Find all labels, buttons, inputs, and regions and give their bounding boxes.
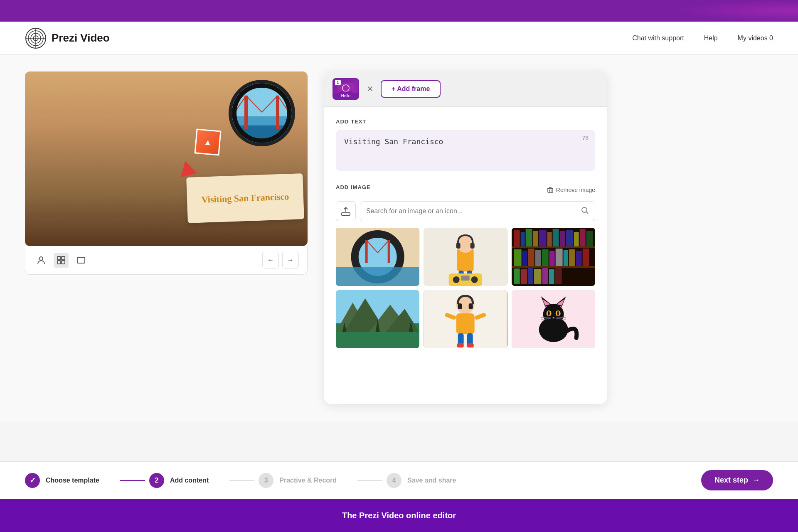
search-input-wrapper <box>360 201 595 221</box>
char-count: 78 <box>582 135 589 141</box>
step-4-circle: 4 <box>387 473 401 488</box>
image-section-header: ADD IMAGE Remove image <box>336 184 595 195</box>
svg-rect-25 <box>548 188 553 192</box>
text-input[interactable]: Visiting San Francisco <box>336 130 595 171</box>
image-search-input[interactable] <box>366 207 581 215</box>
svg-line-116 <box>556 318 566 318</box>
image-cell-4[interactable] <box>336 290 419 348</box>
svg-rect-56 <box>539 230 546 246</box>
upload-btn[interactable] <box>336 201 356 221</box>
svg-rect-75 <box>514 268 520 284</box>
remove-image-btn[interactable]: Remove image <box>547 187 595 193</box>
svg-rect-40 <box>470 243 475 249</box>
svg-rect-53 <box>520 232 525 246</box>
svg-rect-95 <box>456 313 475 334</box>
frame-close-btn[interactable]: ✕ <box>364 83 376 95</box>
svg-rect-17 <box>57 256 61 260</box>
svg-rect-65 <box>522 251 527 266</box>
svg-rect-100 <box>457 343 464 347</box>
image-cell-3[interactable] <box>512 228 595 286</box>
image-cell-2[interactable] <box>424 228 507 286</box>
image-grid <box>336 228 595 348</box>
next-step-btn[interactable]: Next step → <box>701 470 773 490</box>
screen-view-btn[interactable] <box>74 253 89 268</box>
nav-arrows: ← → <box>262 252 299 268</box>
person-view-btn[interactable] <box>34 253 49 268</box>
svg-rect-10 <box>276 96 279 129</box>
svg-rect-58 <box>552 229 559 246</box>
svg-rect-62 <box>579 229 585 246</box>
editor-panel: 1 Hello ✕ + Add frame ADD TEXT Visiting … <box>324 71 607 404</box>
step-1-circle: ✓ <box>25 473 40 488</box>
svg-rect-18 <box>62 256 65 260</box>
step-3: 3 Practive & Record <box>259 473 353 488</box>
svg-rect-48 <box>461 276 470 281</box>
video-preview: Visiting San Francisco <box>25 71 308 246</box>
lens-circle-overlay <box>229 80 295 146</box>
prev-frame-btn[interactable]: ← <box>262 252 279 268</box>
step-divider-3 <box>357 480 382 481</box>
svg-rect-51 <box>512 266 595 268</box>
svg-rect-70 <box>555 249 562 266</box>
footer-text: The Prezi Video online editor <box>342 511 456 520</box>
editor-body: ADD TEXT Visiting San Francisco 78 ADD I… <box>324 107 607 360</box>
svg-line-114 <box>541 318 550 318</box>
svg-line-117 <box>556 319 566 319</box>
svg-rect-33 <box>388 240 390 263</box>
image-cell-5[interactable] <box>424 290 507 348</box>
cat-image <box>512 290 595 348</box>
svg-rect-98 <box>458 333 464 345</box>
svg-rect-69 <box>549 251 554 266</box>
step-1: ✓ Choose template <box>25 473 116 488</box>
svg-point-46 <box>453 276 460 283</box>
video-controls: ← → <box>25 246 308 275</box>
svg-rect-93 <box>458 303 462 309</box>
svg-rect-77 <box>528 268 533 284</box>
svg-rect-55 <box>533 231 538 246</box>
step-3-circle: 3 <box>259 473 273 488</box>
add-frame-btn[interactable]: + Add frame <box>381 80 441 98</box>
svg-rect-59 <box>559 231 565 246</box>
svg-rect-20 <box>62 261 65 264</box>
layout-view-btn[interactable] <box>54 253 69 268</box>
image-cell-1[interactable] <box>336 228 419 286</box>
logo-text: Prezi Video <box>52 32 110 44</box>
svg-rect-101 <box>467 343 474 347</box>
view-controls <box>34 253 89 268</box>
remove-image-label: Remove image <box>556 187 595 193</box>
postcard-overlay: Visiting San Francisco <box>186 173 304 223</box>
step-4: 4 Save and share <box>387 473 473 488</box>
svg-rect-19 <box>57 261 61 264</box>
svg-rect-74 <box>582 249 589 266</box>
logo: Prezi Video <box>25 27 110 49</box>
chat-support-link[interactable]: Chat with support <box>632 34 684 42</box>
image-cell-6[interactable] <box>512 290 595 348</box>
my-videos-link[interactable]: My videos 0 <box>738 34 773 42</box>
search-btn[interactable] <box>581 206 589 217</box>
text-area-wrapper: Visiting San Francisco 78 <box>336 130 595 172</box>
boombox-kid-image <box>424 290 507 348</box>
svg-rect-57 <box>547 232 552 246</box>
svg-rect-63 <box>586 231 593 246</box>
help-link[interactable]: Help <box>704 34 718 42</box>
nav-links: Chat with support Help My videos 0 <box>632 34 773 42</box>
next-frame-btn[interactable]: → <box>282 252 299 268</box>
frame-thumb-1[interactable]: 1 Hello <box>332 78 359 100</box>
svg-point-112 <box>557 311 559 316</box>
svg-point-27 <box>582 207 587 212</box>
step-divider-2 <box>229 480 254 481</box>
svg-rect-9 <box>244 96 248 129</box>
svg-rect-94 <box>469 303 473 309</box>
steps-left: ✓ Choose template 2 Add content 3 Practi… <box>25 473 473 488</box>
video-panel: Visiting San Francisco ← → <box>25 71 308 404</box>
svg-point-16 <box>39 257 43 260</box>
svg-rect-61 <box>574 232 579 246</box>
svg-rect-71 <box>563 250 568 266</box>
svg-rect-99 <box>467 333 473 345</box>
svg-point-111 <box>548 311 549 316</box>
step-3-label: Practive & Record <box>279 477 337 484</box>
step-2: 2 Add content <box>149 473 225 488</box>
frame-thumb-label: Hello <box>333 93 358 99</box>
svg-rect-72 <box>569 249 575 266</box>
svg-rect-76 <box>520 269 527 284</box>
